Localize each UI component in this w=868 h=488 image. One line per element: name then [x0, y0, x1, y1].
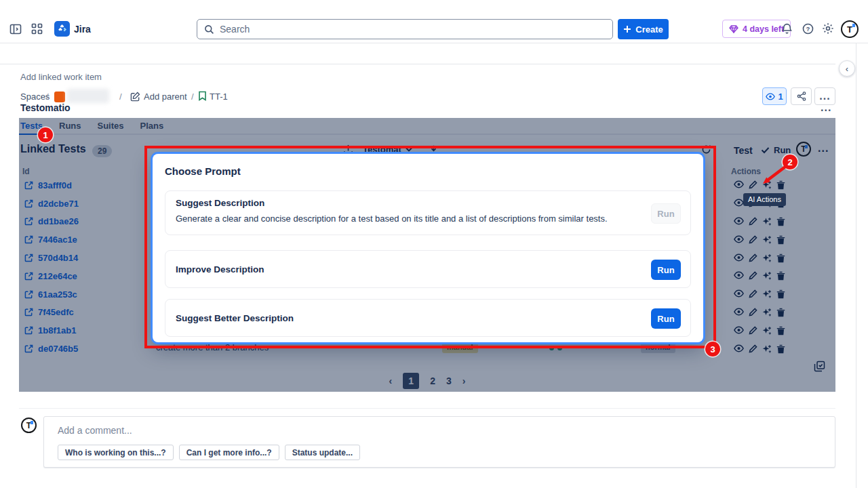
breadcrumb-separator: / — [46, 92, 49, 102]
comment-input[interactable]: Add a comment... Who is working on this.… — [43, 416, 835, 468]
breadcrumb-page-key[interactable]: TT-1 — [210, 92, 228, 102]
share-icon — [797, 92, 806, 101]
space-avatar-icon[interactable] — [54, 92, 65, 102]
ai-actions-tooltip: AI Actions — [743, 193, 786, 206]
breadcrumb-bar: Spaces / / Add parent / TT-1 1 ... — [0, 43, 835, 64]
quick-reply-button[interactable]: Who is working on this...? — [58, 445, 174, 460]
notifications-bell-icon[interactable] — [781, 23, 793, 35]
add-linked-work-item[interactable]: Add linked work item — [20, 72, 102, 82]
run-button[interactable]: Run — [651, 260, 681, 280]
bookmark-icon — [198, 91, 207, 101]
prompt-card-suggest-description: Suggest Description Generate a clear and… — [165, 190, 691, 235]
prompt-card-suggest-better-description: Suggest Better Description Run — [165, 299, 691, 337]
breadcrumb-separator: / — [119, 92, 122, 102]
eye-icon — [766, 93, 775, 100]
avatar-accent — [852, 24, 855, 27]
comment-avatar: T — [21, 418, 37, 433]
search-placeholder: Search — [220, 24, 250, 35]
edit-parent-icon — [130, 92, 140, 102]
prompt-description: Generate a clear and concise description… — [176, 214, 608, 224]
sidebar-toggle-icon[interactable] — [9, 23, 22, 35]
avatar-accent — [31, 421, 33, 424]
run-button-disabled: Run — [651, 203, 681, 224]
modal-title: Choose Prompt — [165, 165, 241, 177]
quick-replies: Who is working on this...? Can I get mor… — [58, 445, 360, 460]
user-avatar[interactable]: T — [841, 20, 859, 38]
svg-text:?: ? — [806, 26, 810, 33]
section-title: Testomatio — [20, 102, 71, 113]
prompt-title: Suggest Description — [176, 198, 264, 208]
gem-icon — [729, 25, 738, 33]
comment-section-divider — [19, 408, 835, 409]
plus-icon — [623, 25, 631, 33]
top-navigation: Jira Search Create 4 days left ? T — [0, 0, 868, 43]
app-name: Jira — [74, 24, 91, 35]
redacted-space-name[interactable] — [67, 89, 109, 103]
settings-gear-icon[interactable] — [822, 22, 834, 35]
right-rail-divider — [856, 43, 856, 488]
search-icon — [204, 24, 214, 35]
breadcrumb-add-parent[interactable]: Add parent — [144, 92, 187, 102]
prompt-title: Suggest Better Description — [176, 313, 294, 323]
section-more-button[interactable]: ... — [821, 102, 831, 114]
collapse-panel-button[interactable]: ‹ — [839, 60, 855, 77]
app-switcher-icon[interactable] — [31, 23, 43, 35]
run-button[interactable]: Run — [651, 308, 681, 329]
search-input[interactable]: Search — [197, 19, 613, 39]
breadcrumb-spaces[interactable]: Spaces — [20, 92, 50, 102]
jira-logo-icon[interactable] — [54, 21, 70, 37]
choose-prompt-modal: Choose Prompt Suggest Description Genera… — [153, 154, 703, 342]
prompt-card-improve-description: Improve Description Run — [165, 250, 691, 288]
help-icon[interactable]: ? — [802, 23, 814, 35]
share-button[interactable] — [791, 87, 812, 105]
quick-reply-button[interactable]: Can I get more info...? — [179, 445, 279, 460]
comment-placeholder: Add a comment... — [58, 425, 132, 436]
create-button[interactable]: Create — [618, 19, 669, 39]
quick-reply-button[interactable]: Status update... — [285, 445, 360, 460]
prompt-title: Improve Description — [176, 264, 264, 274]
watchers-button[interactable]: 1 — [762, 87, 787, 105]
trial-days-left-badge[interactable]: 4 days left — [722, 20, 791, 38]
breadcrumb-separator: / — [191, 92, 194, 102]
